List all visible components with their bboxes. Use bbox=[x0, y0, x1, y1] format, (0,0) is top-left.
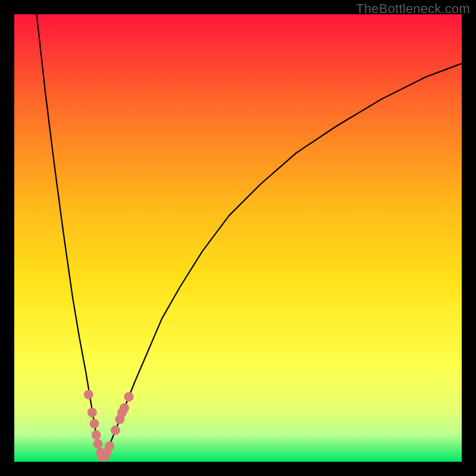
marker-dot bbox=[120, 403, 129, 413]
marker-dot bbox=[105, 441, 114, 451]
marker-dot bbox=[87, 408, 97, 417]
marker-dot bbox=[90, 419, 99, 428]
chart-plot bbox=[14, 14, 462, 462]
marker-dot bbox=[92, 430, 101, 440]
marker-dot bbox=[84, 390, 93, 399]
marker-dot bbox=[93, 439, 103, 449]
chart-frame: TheBottleneck.com bbox=[0, 0, 476, 476]
chart-background bbox=[14, 14, 462, 462]
watermark-label: TheBottleneck.com bbox=[356, 1, 470, 17]
marker-dot bbox=[111, 425, 120, 435]
marker-dot bbox=[124, 392, 134, 402]
